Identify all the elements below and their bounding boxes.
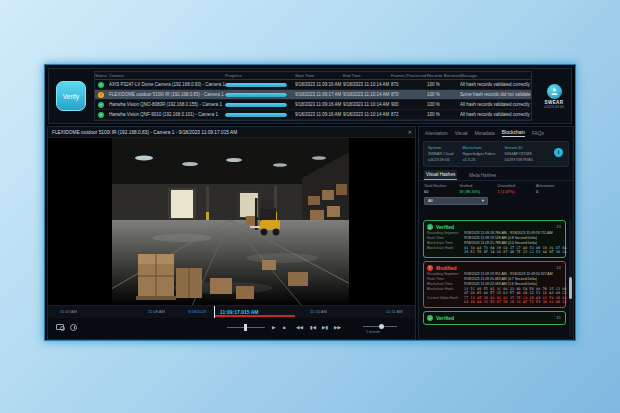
stop-button[interactable]: ■ (283, 323, 286, 332)
blockchain-hash-line2: 29 E1 7B 8F 3A 6D 87 4B 7E 25 C1 52 6A 9… (464, 250, 567, 255)
blockchain-info: Blockchain: Hyperledger Fabric v2.3.23 (463, 145, 496, 163)
start-time: 9/18/2023 11:09:17 AM (295, 92, 343, 97)
verify-button[interactable]: Verify (56, 81, 86, 111)
col-records: Records Retrieved (427, 73, 460, 78)
timeline-tick: 11:08 AM (148, 309, 165, 314)
timeline-current-time: 11:09:17.015 AM (220, 309, 258, 315)
tab-attestation[interactable]: Attestation (425, 131, 448, 136)
blockchain-version: v2.3.23 (463, 157, 496, 163)
records-retrieved: 100 % (427, 82, 460, 87)
step-forward-button[interactable]: ▶▶ (334, 323, 341, 332)
system-info: System: SWEAR Cloud v2023.09.06 (428, 145, 454, 163)
records-retrieved: 100 % (427, 112, 460, 117)
speed-slider[interactable] (227, 327, 265, 328)
end-time: 9/18/2023 11:10:14 AM (343, 92, 391, 97)
blockchain-panel: Attestation Visual Metadata Blockchain F… (418, 126, 574, 340)
range-slider-thumb[interactable] (379, 324, 384, 329)
table-row-selected[interactable]: ! FLEXIDOME outdoor 5100i IR (192.168.0.… (95, 90, 531, 100)
col-message: Message (460, 73, 531, 78)
range-label: 1 minute (366, 330, 380, 334)
camera-name: FLEXIDOME outdoor 5100i IR (192.168.0.83… (109, 92, 225, 97)
records-retrieved: 100 % (427, 92, 460, 97)
frames-processed: 870 (391, 82, 427, 87)
hash-card-verified[interactable]: ✓ Verified 13 Recording Segment: 9/18/20… (423, 220, 566, 258)
frame-forward-button[interactable]: ▶▮ (322, 323, 328, 332)
blockchain-hash-label: Blockchain Hash: (427, 287, 464, 296)
frames-processed: 900 (391, 102, 427, 107)
blockchain-hash-label: Blockchain Hash: (427, 246, 464, 255)
hash-subtabs: Visual Hashes Meta Hashes (419, 170, 573, 181)
row-message: Some hash records did not validate corre… (460, 92, 531, 97)
filter-dropdown[interactable]: All ▾ (424, 197, 488, 205)
hash-cards-list[interactable]: ✓ Verified 13 Recording Segment: 9/18/20… (419, 218, 568, 338)
end-time: 9/18/2023 11:10:14 AM (343, 112, 391, 117)
start-time: 9/18/2023 11:09:16 AM (295, 112, 343, 117)
range-slider[interactable] (363, 326, 397, 327)
progress-bar (225, 113, 287, 117)
attestation-value: 0 (536, 189, 568, 195)
video-viewport[interactable] (48, 138, 415, 305)
swear-logo-icon (547, 84, 562, 99)
records-retrieved: 100 % (427, 102, 460, 107)
card-status: Verified (436, 224, 454, 230)
playhead[interactable] (214, 306, 215, 318)
row-message: All hash records validated correctly (460, 112, 531, 117)
row-message: All hash records validated correctly (460, 82, 531, 87)
col-camera: Camera (109, 73, 225, 78)
filter-value: All (428, 198, 433, 203)
table-row[interactable]: ✓ AXIS P3247-LV Dome Camera (192.168.0.9… (95, 80, 531, 90)
close-icon[interactable]: ✕ (408, 127, 412, 138)
hash-card-modified[interactable]: ! Modified 14 Recording Segment: 9/18/20… (423, 261, 566, 308)
play-button[interactable]: ▶ (272, 323, 276, 332)
subtab-meta-hashes[interactable]: Meta Hashes (467, 171, 498, 180)
export-icon[interactable] (70, 324, 77, 331)
verification-topbar: Verify Status Camera Progress Start Time… (48, 68, 572, 124)
tab-blockchain[interactable]: Blockchain (502, 130, 525, 137)
modified-segment-bar (215, 315, 295, 317)
status-warning-icon: ! (98, 92, 104, 98)
snapshot-icon[interactable] (56, 324, 64, 330)
check-icon: ✓ (427, 224, 433, 230)
warehouse-scene (112, 138, 349, 305)
brand-version: v2023.09.05 (537, 105, 571, 109)
panel-tabs: Attestation Visual Metadata Blockchain F… (419, 127, 573, 139)
tab-visual[interactable]: Visual (455, 131, 468, 136)
stream-info: Stream ID: 8364AFY37088 0029YVW79385 (505, 145, 533, 163)
camera-name: Hanwha Vision QNO-8080R (192.168.0.155) … (109, 102, 225, 107)
tab-faqs[interactable]: FAQs (532, 131, 544, 136)
step-back-button[interactable]: ◀◀ (296, 323, 303, 332)
warehouse-video-frame (112, 138, 349, 305)
hash-card-verified[interactable]: ✓ Verified 15 (423, 311, 566, 325)
check-icon: ✓ (427, 315, 433, 321)
table-row[interactable]: ✓ Hanwha Vision QNO-8080R (192.168.0.155… (95, 100, 531, 110)
camera-table: Status Camera Progress Start Time End Ti… (94, 71, 532, 121)
timeline-date: 9/18/2023 (188, 309, 206, 314)
camera-name: AXIS P3247-LV Dome Camera (192.168.0.93)… (109, 82, 225, 87)
timeline-ruler[interactable]: 11:07 AM 11:08 AM 9/18/2023 11:09:17.015… (48, 305, 415, 318)
panel-scrollbar[interactable] (569, 219, 572, 337)
col-start: Start Time (295, 73, 343, 78)
end-time: 9/18/2023 11:10:14 AM (343, 82, 391, 87)
start-time: 9/18/2023 11:09:16 AM (295, 102, 343, 107)
app-window: Verify Status Camera Progress Start Time… (44, 64, 576, 341)
row-message: All hash records validated correctly (460, 102, 531, 107)
timeline-tick: 11:11 AM (386, 309, 403, 314)
current-video-hash-label: Current Video Hash: (427, 296, 464, 305)
timeline-tick: 11:07 AM (60, 309, 77, 314)
frame-back-button[interactable]: ▮◀ (310, 323, 316, 332)
current-video-hash-line2: D2 48 9A 33 E6 07 5B C8 14 AF 72 E9 30 6… (464, 300, 567, 305)
progress-bar (225, 93, 287, 97)
tab-metadata[interactable]: Metadata (475, 131, 495, 136)
speed-slider-thumb[interactable] (244, 324, 247, 331)
card-index: 14 (556, 265, 561, 270)
table-row[interactable]: ✓ Hanwha Vision QNF-9010 (192.168.0.101)… (95, 110, 531, 120)
col-progress: Progress (225, 73, 295, 78)
scrollbar-thumb[interactable] (569, 277, 572, 299)
info-icon[interactable]: i (554, 148, 563, 157)
frames-processed: 870 (391, 92, 427, 97)
frames-processed: 872 (391, 112, 427, 117)
subtab-visual-hashes[interactable]: Visual Hashes (424, 170, 457, 180)
end-time: 9/18/2023 11:10:14 AM (343, 102, 391, 107)
verified-value: 59 (98.33%) (459, 189, 497, 195)
status-ok-icon: ✓ (98, 112, 104, 118)
